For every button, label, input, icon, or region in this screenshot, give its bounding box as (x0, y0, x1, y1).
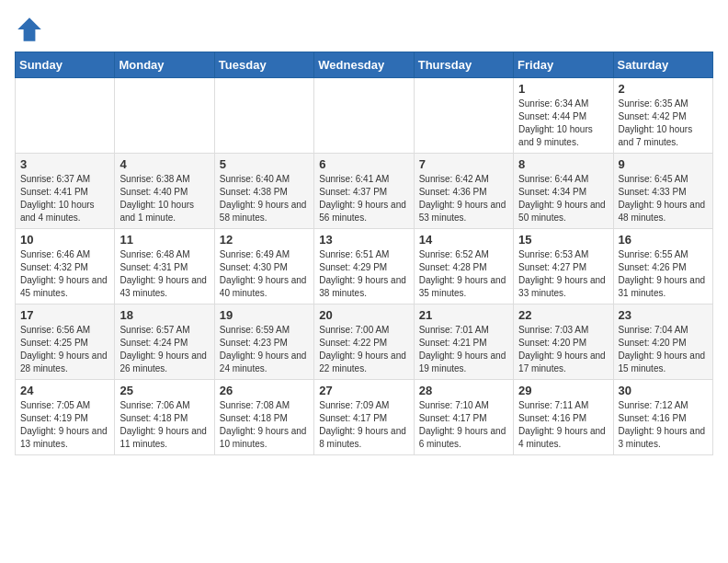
calendar-cell: 4Sunrise: 6:38 AM Sunset: 4:40 PM Daylig… (115, 154, 214, 229)
calendar-week-row: 17Sunrise: 6:56 AM Sunset: 4:25 PM Dayli… (16, 304, 713, 380)
day-detail: Sunrise: 6:41 AM Sunset: 4:37 PM Dayligh… (319, 173, 408, 224)
calendar-cell: 1Sunrise: 6:34 AM Sunset: 4:44 PM Daylig… (514, 78, 613, 154)
day-number: 27 (319, 384, 408, 397)
calendar-week-row: 3Sunrise: 6:37 AM Sunset: 4:41 PM Daylig… (16, 154, 713, 229)
calendar-cell (414, 78, 513, 154)
calendar-cell: 21Sunrise: 7:01 AM Sunset: 4:21 PM Dayli… (414, 304, 513, 380)
day-number: 24 (20, 384, 109, 397)
logo-icon (15, 15, 44, 44)
weekday-header: Thursday (414, 52, 513, 78)
day-detail: Sunrise: 6:46 AM Sunset: 4:32 PM Dayligh… (20, 248, 109, 300)
calendar-cell: 17Sunrise: 6:56 AM Sunset: 4:25 PM Dayli… (16, 304, 115, 380)
calendar-cell: 16Sunrise: 6:55 AM Sunset: 4:26 PM Dayli… (613, 229, 712, 304)
calendar-cell: 14Sunrise: 6:52 AM Sunset: 4:28 PM Dayli… (414, 229, 513, 304)
day-detail: Sunrise: 7:01 AM Sunset: 4:21 PM Dayligh… (419, 324, 508, 375)
day-number: 16 (619, 233, 708, 247)
day-detail: Sunrise: 7:11 AM Sunset: 4:16 PM Dayligh… (518, 399, 608, 451)
day-number: 29 (518, 384, 608, 397)
calendar-cell: 25Sunrise: 7:06 AM Sunset: 4:18 PM Dayli… (115, 380, 214, 455)
calendar: SundayMondayTuesdayWednesdayThursdayFrid… (15, 52, 713, 455)
calendar-week-row: 24Sunrise: 7:05 AM Sunset: 4:19 PM Dayli… (16, 380, 713, 455)
day-number: 10 (20, 233, 109, 247)
day-number: 26 (220, 384, 309, 397)
day-number: 12 (220, 233, 309, 247)
day-number: 9 (619, 157, 708, 171)
calendar-cell (115, 78, 214, 154)
calendar-cell: 19Sunrise: 6:59 AM Sunset: 4:23 PM Dayli… (214, 304, 313, 380)
calendar-cell: 15Sunrise: 6:53 AM Sunset: 4:27 PM Dayli… (514, 229, 613, 304)
day-detail: Sunrise: 6:56 AM Sunset: 4:25 PM Dayligh… (20, 324, 109, 375)
calendar-cell (214, 78, 313, 154)
day-number: 21 (419, 308, 508, 322)
day-number: 23 (619, 308, 708, 322)
day-detail: Sunrise: 6:52 AM Sunset: 4:28 PM Dayligh… (419, 248, 508, 300)
day-number: 15 (518, 233, 608, 247)
calendar-cell: 8Sunrise: 6:44 AM Sunset: 4:34 PM Daylig… (514, 154, 613, 229)
day-detail: Sunrise: 7:00 AM Sunset: 4:22 PM Dayligh… (319, 324, 408, 375)
day-detail: Sunrise: 6:38 AM Sunset: 4:40 PM Dayligh… (119, 173, 209, 224)
page-header (15, 15, 713, 44)
day-detail: Sunrise: 7:09 AM Sunset: 4:17 PM Dayligh… (319, 399, 408, 451)
day-detail: Sunrise: 6:35 AM Sunset: 4:42 PM Dayligh… (619, 98, 708, 149)
calendar-cell: 12Sunrise: 6:49 AM Sunset: 4:30 PM Dayli… (214, 229, 313, 304)
calendar-cell: 20Sunrise: 7:00 AM Sunset: 4:22 PM Dayli… (314, 304, 414, 380)
calendar-cell: 27Sunrise: 7:09 AM Sunset: 4:17 PM Dayli… (314, 380, 414, 455)
weekday-header: Tuesday (214, 52, 313, 78)
weekday-header-row: SundayMondayTuesdayWednesdayThursdayFrid… (16, 52, 713, 78)
day-detail: Sunrise: 7:03 AM Sunset: 4:20 PM Dayligh… (518, 324, 608, 375)
day-number: 17 (20, 308, 109, 322)
calendar-cell: 6Sunrise: 6:41 AM Sunset: 4:37 PM Daylig… (314, 154, 414, 229)
calendar-cell: 3Sunrise: 6:37 AM Sunset: 4:41 PM Daylig… (16, 154, 115, 229)
calendar-cell: 11Sunrise: 6:48 AM Sunset: 4:31 PM Dayli… (115, 229, 214, 304)
calendar-cell: 5Sunrise: 6:40 AM Sunset: 4:38 PM Daylig… (214, 154, 313, 229)
calendar-cell: 29Sunrise: 7:11 AM Sunset: 4:16 PM Dayli… (514, 380, 613, 455)
calendar-cell: 22Sunrise: 7:03 AM Sunset: 4:20 PM Dayli… (514, 304, 613, 380)
day-number: 13 (319, 233, 408, 247)
day-number: 20 (319, 308, 408, 322)
day-detail: Sunrise: 6:55 AM Sunset: 4:26 PM Dayligh… (619, 248, 708, 300)
calendar-week-row: 10Sunrise: 6:46 AM Sunset: 4:32 PM Dayli… (16, 229, 713, 304)
day-detail: Sunrise: 6:44 AM Sunset: 4:34 PM Dayligh… (518, 173, 608, 224)
day-number: 28 (419, 384, 508, 397)
day-detail: Sunrise: 7:08 AM Sunset: 4:18 PM Dayligh… (220, 399, 309, 451)
calendar-cell: 28Sunrise: 7:10 AM Sunset: 4:17 PM Dayli… (414, 380, 513, 455)
day-number: 6 (319, 157, 408, 171)
calendar-cell: 9Sunrise: 6:45 AM Sunset: 4:33 PM Daylig… (613, 154, 712, 229)
day-detail: Sunrise: 6:40 AM Sunset: 4:38 PM Dayligh… (220, 173, 309, 224)
weekday-header: Monday (115, 52, 214, 78)
day-detail: Sunrise: 7:05 AM Sunset: 4:19 PM Dayligh… (20, 399, 109, 451)
day-number: 25 (119, 384, 209, 397)
weekday-header: Friday (514, 52, 613, 78)
calendar-cell: 10Sunrise: 6:46 AM Sunset: 4:32 PM Dayli… (16, 229, 115, 304)
calendar-cell: 23Sunrise: 7:04 AM Sunset: 4:20 PM Dayli… (613, 304, 712, 380)
day-detail: Sunrise: 6:53 AM Sunset: 4:27 PM Dayligh… (518, 248, 608, 300)
calendar-cell (16, 78, 115, 154)
day-number: 30 (619, 384, 708, 397)
day-number: 19 (220, 308, 309, 322)
day-detail: Sunrise: 7:06 AM Sunset: 4:18 PM Dayligh… (119, 399, 209, 451)
day-number: 4 (119, 157, 209, 171)
day-number: 18 (119, 308, 209, 322)
day-detail: Sunrise: 7:10 AM Sunset: 4:17 PM Dayligh… (419, 399, 508, 451)
day-number: 1 (518, 82, 608, 96)
day-number: 14 (419, 233, 508, 247)
calendar-cell (314, 78, 414, 154)
day-detail: Sunrise: 6:57 AM Sunset: 4:24 PM Dayligh… (119, 324, 209, 375)
day-detail: Sunrise: 6:42 AM Sunset: 4:36 PM Dayligh… (419, 173, 508, 224)
weekday-header: Sunday (16, 52, 115, 78)
day-detail: Sunrise: 6:49 AM Sunset: 4:30 PM Dayligh… (220, 248, 309, 300)
day-number: 2 (619, 82, 708, 96)
calendar-cell: 30Sunrise: 7:12 AM Sunset: 4:16 PM Dayli… (613, 380, 712, 455)
calendar-cell: 2Sunrise: 6:35 AM Sunset: 4:42 PM Daylig… (613, 78, 712, 154)
svg-marker-0 (17, 17, 41, 41)
day-detail: Sunrise: 6:45 AM Sunset: 4:33 PM Dayligh… (619, 173, 708, 224)
calendar-cell: 13Sunrise: 6:51 AM Sunset: 4:29 PM Dayli… (314, 229, 414, 304)
day-number: 7 (419, 157, 508, 171)
day-detail: Sunrise: 6:34 AM Sunset: 4:44 PM Dayligh… (518, 98, 608, 149)
day-number: 3 (20, 157, 109, 171)
weekday-header: Wednesday (314, 52, 414, 78)
day-detail: Sunrise: 6:51 AM Sunset: 4:29 PM Dayligh… (319, 248, 408, 300)
day-number: 22 (518, 308, 608, 322)
calendar-cell: 24Sunrise: 7:05 AM Sunset: 4:19 PM Dayli… (16, 380, 115, 455)
day-number: 8 (518, 157, 608, 171)
